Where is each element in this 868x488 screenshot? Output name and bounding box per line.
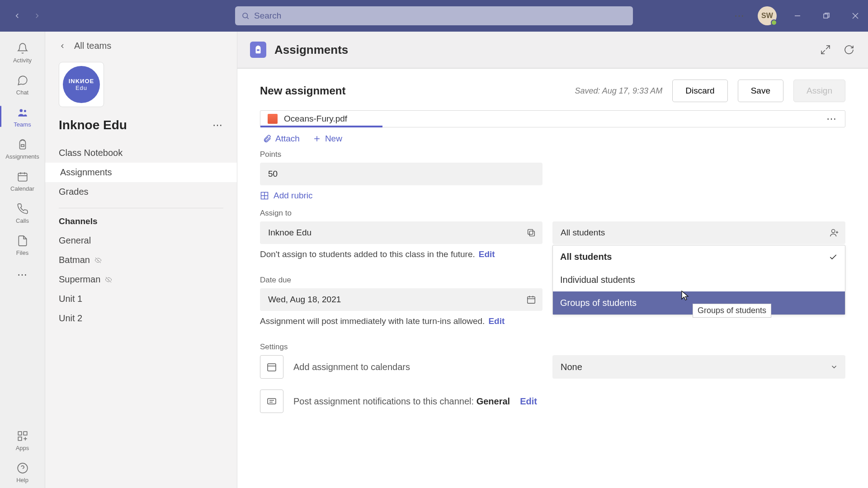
add-student-icon[interactable] [829, 228, 839, 238]
rail-chat[interactable]: Chat [0, 68, 45, 100]
channel-unit2[interactable]: Unit 2 [45, 309, 237, 328]
sidebar-item-notebook[interactable]: Class Notebook [45, 143, 237, 163]
backpack-icon [16, 138, 29, 151]
class-picker-icon[interactable] [526, 228, 536, 238]
more-icon: ⋯ [17, 269, 28, 281]
calendar-select[interactable]: None [552, 355, 845, 379]
search-input[interactable] [254, 11, 627, 21]
channel-superman[interactable]: Superman [45, 270, 237, 289]
post-edit-button[interactable]: Edit [488, 316, 505, 326]
teams-icon [16, 106, 29, 119]
svg-rect-8 [21, 145, 24, 146]
more-options-button[interactable]: ⋯ [734, 10, 745, 22]
points-input[interactable] [260, 163, 542, 185]
discard-button[interactable]: Discard [672, 80, 727, 102]
search-icon [241, 12, 250, 20]
sidebar-item-grades[interactable]: Grades [45, 182, 237, 202]
paperclip-icon [263, 134, 272, 143]
settings-label: Settings [260, 343, 845, 352]
channel-setting-label: Post assignment notifications to this ch… [293, 396, 510, 407]
refresh-button[interactable] [843, 43, 855, 56]
back-to-teams-button[interactable]: All teams [45, 41, 237, 57]
rail-assignments[interactable]: Assignments [0, 132, 45, 164]
sidebar-item-assignments[interactable]: Assignments [45, 163, 237, 182]
dropdown-option-all[interactable]: All students [553, 245, 845, 268]
add-rubric-label: Add rubric [274, 191, 313, 201]
save-button[interactable]: Save [738, 80, 783, 102]
rail-teams[interactable]: Teams [0, 100, 45, 132]
svg-rect-15 [18, 437, 22, 441]
assign-button: Assign [793, 80, 845, 102]
hidden-icon [105, 276, 112, 283]
window-minimize-button[interactable] [789, 8, 806, 24]
svg-line-21 [826, 46, 830, 49]
attach-label: Attach [275, 134, 300, 144]
rail-apps[interactable]: Apps [0, 424, 45, 456]
rail-label: Assignments [5, 153, 39, 160]
dropdown-option-label: Individual students [560, 275, 635, 285]
svg-point-6 [19, 109, 23, 112]
chevron-left-icon [59, 42, 66, 50]
post-note: Assignment will post immediately with la… [260, 316, 485, 326]
svg-rect-33 [528, 297, 535, 304]
calendar-select-value: None [561, 362, 582, 372]
rail-label: Activity [13, 57, 32, 64]
form-title: New assignment [260, 84, 345, 97]
add-rubric-button[interactable]: Add rubric [260, 191, 845, 201]
rail-files[interactable]: Files [0, 229, 45, 261]
rail-help[interactable]: Help [0, 456, 45, 488]
class-select[interactable] [260, 221, 542, 244]
chat-icon [16, 74, 29, 87]
svg-rect-37 [268, 364, 276, 371]
dropdown-option-individual[interactable]: Individual students [553, 268, 845, 291]
rail-label: Apps [16, 445, 29, 451]
window-close-button[interactable] [847, 8, 863, 24]
pdf-icon [268, 114, 278, 124]
channel-label: Superman [59, 274, 100, 285]
future-edit-button[interactable]: Edit [479, 249, 495, 259]
attachment-row[interactable]: Oceans-Fury.pdf ⋯ [260, 110, 845, 127]
svg-rect-28 [528, 230, 533, 235]
channel-general[interactable]: General [45, 231, 237, 250]
tooltip: Groups of students [693, 304, 771, 318]
channel-batman[interactable]: Batman [45, 250, 237, 270]
search-box[interactable] [235, 6, 633, 25]
date-due-input[interactable] [260, 288, 542, 311]
saved-status: Saved: Aug 17, 9:33 AM [575, 86, 662, 96]
svg-rect-9 [18, 173, 27, 181]
team-logo-text1: INKИOE [69, 78, 94, 84]
attach-button[interactable]: Attach [263, 134, 300, 144]
rail-calls[interactable]: Calls [0, 197, 45, 229]
team-logo[interactable]: INKИOE Edu [59, 62, 104, 107]
nav-back-button[interactable] [9, 8, 25, 24]
rubric-icon [260, 191, 269, 200]
students-select[interactable] [552, 221, 845, 244]
calendar-setting-label: Add assignment to calendars [293, 362, 410, 372]
window-maximize-button[interactable] [818, 8, 835, 24]
svg-point-18 [18, 463, 28, 473]
attachment-filename: Oceans-Fury.pdf [284, 114, 347, 124]
calendar-icon [16, 170, 29, 183]
calendar-picker-icon[interactable] [526, 295, 536, 305]
content-title: Assignments [274, 43, 348, 57]
rail-label: Calls [16, 217, 29, 224]
avatar-initials: SW [761, 12, 773, 20]
rail-activity[interactable]: Activity [0, 36, 45, 68]
user-avatar[interactable]: SW [758, 6, 777, 25]
new-button[interactable]: New [312, 134, 342, 144]
channel-edit-button[interactable]: Edit [520, 396, 537, 406]
rail-calendar[interactable]: Calendar [0, 164, 45, 197]
svg-point-0 [243, 13, 248, 18]
bell-icon [16, 42, 29, 55]
dropdown-option-label: All students [560, 252, 612, 262]
file-icon [16, 234, 29, 248]
nav-forward-button[interactable] [29, 8, 45, 24]
team-more-button[interactable]: ⋯ [212, 119, 223, 131]
attachment-more-button[interactable]: ⋯ [826, 113, 838, 125]
rail-more[interactable]: ⋯ [0, 261, 45, 289]
channel-unit1[interactable]: Unit 1 [45, 289, 237, 309]
rail-label: Chat [16, 89, 28, 96]
assignment-form: New assignment Saved: Aug 17, 9:33 AM Di… [237, 69, 868, 488]
channel-prefix: Post assignment notifications to this ch… [293, 396, 476, 406]
expand-button[interactable] [819, 43, 832, 56]
